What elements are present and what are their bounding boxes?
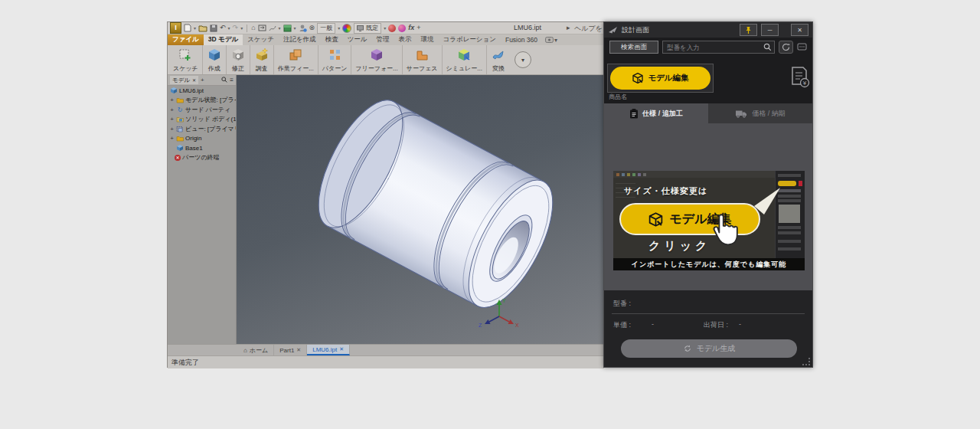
expand-icon[interactable]: + bbox=[169, 106, 175, 113]
ribbon-freeform-button[interactable]: フリーフォー... bbox=[351, 45, 402, 74]
tree-item-label: Origin bbox=[185, 135, 201, 142]
tab-inspect[interactable]: 検査 bbox=[321, 34, 343, 45]
solid-bodies-folder-icon bbox=[176, 116, 184, 123]
close-tab-icon[interactable]: ✕ bbox=[296, 347, 301, 353]
expand-icon[interactable]: + bbox=[169, 97, 175, 103]
tree-item-solid-bodies[interactable]: + ソリッド ボディ(1) bbox=[168, 115, 236, 125]
app-logo-icon[interactable]: I bbox=[170, 22, 181, 34]
browser-menu-icon[interactable]: ≡ bbox=[230, 77, 234, 84]
tab-annotate[interactable]: 注記を作成 bbox=[279, 34, 321, 45]
visual-style-alt-icon[interactable] bbox=[398, 25, 406, 32]
expand-icon[interactable]: + bbox=[169, 126, 175, 133]
save-icon[interactable] bbox=[210, 24, 217, 33]
close-tab-icon[interactable]: ✕ bbox=[339, 346, 344, 352]
tab-spec-addwork[interactable]: 仕様 / 追加工 bbox=[604, 103, 708, 123]
tab-file[interactable]: ファイル bbox=[168, 34, 204, 45]
redo-icon[interactable]: ↷ bbox=[233, 24, 239, 33]
appearance-person-icon[interactable] bbox=[299, 24, 307, 33]
viewport-3d[interactable]: Y X Z bbox=[237, 75, 606, 344]
ribbon-pattern-button[interactable]: パターン bbox=[318, 45, 352, 74]
ribbon-modify-button[interactable]: 修正 bbox=[227, 45, 250, 74]
open-icon[interactable] bbox=[198, 24, 207, 33]
new-file-chevron-icon[interactable]: ▾ bbox=[194, 24, 196, 33]
part-number-input[interactable] bbox=[665, 43, 762, 52]
expand-icon[interactable]: + bbox=[169, 116, 175, 123]
tab-manage[interactable]: 管理 bbox=[372, 34, 394, 45]
switch-window-icon[interactable] bbox=[258, 24, 266, 33]
undo-icon[interactable]: ↶ bbox=[220, 24, 226, 33]
sweep-tool-icon[interactable] bbox=[269, 24, 276, 33]
triad-x-label: X bbox=[515, 323, 519, 328]
tree-item-origin[interactable]: + Origin bbox=[168, 134, 236, 144]
visual-style-icon[interactable] bbox=[388, 25, 396, 32]
tree-item-views[interactable]: + ビュー: [プライマリ] bbox=[168, 124, 236, 134]
close-button[interactable]: ✕ bbox=[791, 24, 808, 36]
tab-fusion360[interactable]: Fusion 360 bbox=[501, 34, 542, 45]
browser-tab-close-icon[interactable]: ✕ bbox=[192, 77, 196, 83]
minimize-button[interactable]: ─ bbox=[761, 24, 779, 36]
general-dropdown[interactable]: 一般 bbox=[317, 23, 335, 34]
browser-tab-model[interactable]: モデル✕ bbox=[170, 76, 198, 84]
tab-collaborate[interactable]: コラボレーション bbox=[439, 34, 501, 45]
ribbon-label: スケッチ bbox=[173, 64, 198, 73]
doc-tab-part1[interactable]: Part1✕ bbox=[274, 345, 307, 355]
appearance-chevron-icon[interactable]: ▾ bbox=[384, 24, 386, 33]
tab-price-delivery[interactable]: 価格 / 納期 bbox=[708, 103, 812, 123]
tree-item-third-party[interactable]: + ↻ サード パーティ bbox=[168, 105, 236, 115]
tab-view[interactable]: 表示 bbox=[394, 34, 416, 45]
comment-icon[interactable] bbox=[797, 43, 807, 51]
parameters-fx-icon[interactable]: fx bbox=[408, 24, 414, 33]
search-screen-button[interactable]: 検索画面 bbox=[609, 41, 658, 54]
ribbon-create-button[interactable]: 作成 bbox=[203, 45, 227, 74]
spec-tab-content: サイズ・仕様変更は モデル編集 クリック インポートしたモデルは、何度でも編集可… bbox=[604, 123, 812, 290]
tree-item-root[interactable]: LMU6.ipt bbox=[168, 86, 236, 96]
appearance-dropdown[interactable]: 既定 bbox=[354, 23, 381, 34]
doc-tab-home[interactable]: ⌂ホーム bbox=[238, 345, 274, 355]
help-search-label[interactable]: ヘルプを bbox=[574, 24, 603, 34]
redo-chevron-icon[interactable]: ▾ bbox=[240, 24, 243, 33]
new-file-icon[interactable] bbox=[184, 24, 191, 33]
quote-document-icon[interactable]: ¥ bbox=[790, 66, 810, 89]
general-chevron-icon[interactable]: ▾ bbox=[338, 24, 340, 33]
material-icon[interactable] bbox=[283, 24, 292, 33]
home-icon[interactable]: ⌂ bbox=[251, 24, 255, 33]
title-bar: I ▾ ↶ ▾ ↷ ▾ ⌂ ▾ ▾ ⊗ 一般 ▾ 既定 ▾ fx bbox=[168, 22, 604, 34]
browser-add-icon[interactable]: + bbox=[201, 77, 204, 84]
ribbon-collapse-button[interactable]: ▾ bbox=[514, 51, 531, 68]
ribbon-simulation-button[interactable]: シミュレー... bbox=[443, 45, 487, 74]
color-wheel-icon[interactable] bbox=[342, 24, 351, 33]
ribbon-sketch-button[interactable]: スケッチ bbox=[169, 45, 203, 74]
resize-grip[interactable] bbox=[802, 358, 810, 365]
ribbon-surface-button[interactable]: サーフェス bbox=[403, 45, 443, 74]
unit-price-label: 単価 : bbox=[613, 320, 631, 330]
tab-3d-model[interactable]: 3D モデル bbox=[204, 34, 243, 45]
expand-icon[interactable]: + bbox=[169, 135, 175, 142]
help-arrow-icon[interactable]: ▸ bbox=[567, 24, 570, 31]
model-edit-button[interactable]: モデル編集 bbox=[610, 67, 710, 90]
ribbon-label: 調査 bbox=[256, 64, 268, 73]
ribbon-convert-button[interactable]: 変換 bbox=[487, 45, 510, 74]
doc-tab-lmu6[interactable]: LMU6.ipt✕ bbox=[307, 345, 350, 355]
ribbon-work-features-button[interactable]: 作業フィー... bbox=[274, 45, 318, 74]
browser-search-icon[interactable] bbox=[221, 77, 227, 84]
sweep-chevron-icon[interactable]: ▾ bbox=[279, 24, 281, 33]
pin-button[interactable] bbox=[740, 24, 757, 36]
ribbon-inspect-button[interactable]: 調査 bbox=[250, 45, 274, 74]
tree-item-end-of-part[interactable]: ✕ パーツの終端 bbox=[168, 153, 236, 163]
history-button[interactable] bbox=[779, 41, 793, 54]
generate-model-button[interactable]: モデル生成 bbox=[621, 339, 797, 358]
material-chevron-icon[interactable]: ▾ bbox=[294, 24, 296, 33]
panel-header[interactable]: 設計画面 ─ ✕ bbox=[604, 22, 812, 38]
search-icon[interactable] bbox=[763, 43, 772, 51]
tree-item-model-states[interactable]: + モデル状態: [プライマリ] bbox=[168, 96, 236, 106]
panel-title: 設計画面 bbox=[622, 25, 736, 35]
undo-chevron-icon[interactable]: ▾ bbox=[228, 24, 230, 33]
add-toolbar-icon[interactable]: + bbox=[416, 24, 420, 33]
tab-sketch[interactable]: スケッチ bbox=[243, 34, 279, 45]
tab-tools[interactable]: ツール bbox=[343, 34, 372, 45]
no-material-icon[interactable]: ⊗ bbox=[309, 24, 315, 33]
ribbon-label: 変換 bbox=[492, 64, 505, 73]
ribbon-options-icon[interactable]: ▾ bbox=[545, 34, 557, 45]
tab-environments[interactable]: 環境 bbox=[416, 34, 439, 45]
tree-item-base1[interactable]: Base1 bbox=[168, 143, 236, 153]
